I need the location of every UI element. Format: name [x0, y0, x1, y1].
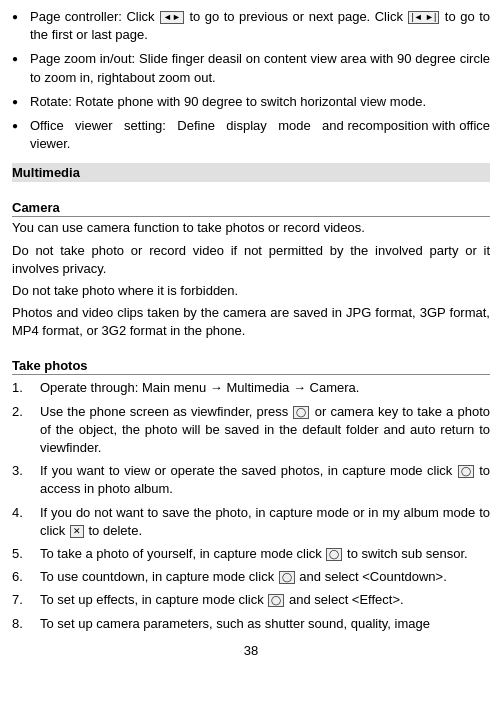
bullet-dot: ●: [12, 10, 30, 24]
numbered-item-6: 6. To use countdown, in capture mode cli…: [12, 568, 490, 586]
numbered-item-3: 3. If you want to view or operate the sa…: [12, 462, 490, 498]
camera-para-2: Do not take photo or record video if not…: [12, 242, 490, 278]
bullet-item-1: ● Page controller: Click ◄► to go to pre…: [12, 8, 490, 44]
num-text-6: To use countdown, in capture mode click …: [40, 568, 490, 586]
camera-para-3: Do not take photo where it is forbidden.: [12, 282, 490, 300]
multimedia-heading: Multimedia: [12, 163, 490, 182]
num-label: 2.: [12, 403, 40, 421]
numbered-item-7: 7. To set up effects, in capture mode cl…: [12, 591, 490, 609]
num-text-4: If you do not want to save the photo, in…: [40, 504, 490, 540]
camera-para-1: You can use camera function to take phot…: [12, 219, 490, 237]
num-text-2: Use the phone screen as viewfinder, pres…: [40, 403, 490, 458]
camera-icon-7: ◯: [268, 594, 284, 607]
numbered-item-2: 2. Use the phone screen as viewfinder, p…: [12, 403, 490, 458]
camera-heading: Camera: [12, 200, 490, 217]
numbered-list: 1. Operate through: Main menu → Multimed…: [12, 379, 490, 632]
page-number: 38: [12, 643, 490, 658]
bullet-item-4: ● Office viewer setting: Define display …: [12, 117, 490, 153]
numbered-item-4: 4. If you do not want to save the photo,…: [12, 504, 490, 540]
numbered-item-5: 5. To take a photo of yourself, in captu…: [12, 545, 490, 563]
num-label: 3.: [12, 462, 40, 480]
num-label: 7.: [12, 591, 40, 609]
num-text-7: To set up effects, in capture mode click…: [40, 591, 490, 609]
camera-icon-5: ◯: [326, 548, 342, 561]
num-label: 8.: [12, 615, 40, 633]
bullet-section: ● Page controller: Click ◄► to go to pre…: [12, 8, 490, 153]
num-label: 5.: [12, 545, 40, 563]
bullet-text-3: Rotate: Rotate phone with 90 degree to s…: [30, 93, 490, 111]
bullet-dot: ●: [12, 95, 30, 109]
num-label: 1.: [12, 379, 40, 397]
numbered-item-1: 1. Operate through: Main menu → Multimed…: [12, 379, 490, 397]
num-label: 6.: [12, 568, 40, 586]
num-text-8: To set up camera parameters, such as shu…: [40, 615, 490, 633]
bullet-dot: ●: [12, 52, 30, 66]
bullet-text-1: Page controller: Click ◄► to go to previ…: [30, 8, 490, 44]
take-photos-heading: Take photos: [12, 358, 490, 375]
first-last-icon: |◄ ►|: [408, 11, 439, 24]
num-text-3: If you want to view or operate the saved…: [40, 462, 490, 498]
num-text-5: To take a photo of yourself, in capture …: [40, 545, 490, 563]
bullet-dot: ●: [12, 119, 30, 133]
num-text-1: Operate through: Main menu → Multimedia …: [40, 379, 490, 397]
delete-icon-4: ✕: [70, 525, 84, 538]
bullet-item-2: ● Page zoom in/out: Slide finger deasil …: [12, 50, 490, 86]
camera-para-4: Photos and video clips taken by the came…: [12, 304, 490, 340]
bullet-text-2: Page zoom in/out: Slide finger deasil on…: [30, 50, 490, 86]
numbered-item-8: 8. To set up camera parameters, such as …: [12, 615, 490, 633]
camera-icon-3: ◯: [458, 465, 474, 478]
num-label: 4.: [12, 504, 40, 522]
bullet-item-3: ● Rotate: Rotate phone with 90 degree to…: [12, 93, 490, 111]
camera-icon-6: ◯: [279, 571, 295, 584]
bullet-text-4: Office viewer setting: Define display mo…: [30, 117, 490, 153]
camera-icon-2: ◯: [293, 406, 309, 419]
prev-next-icon: ◄►: [160, 11, 184, 24]
